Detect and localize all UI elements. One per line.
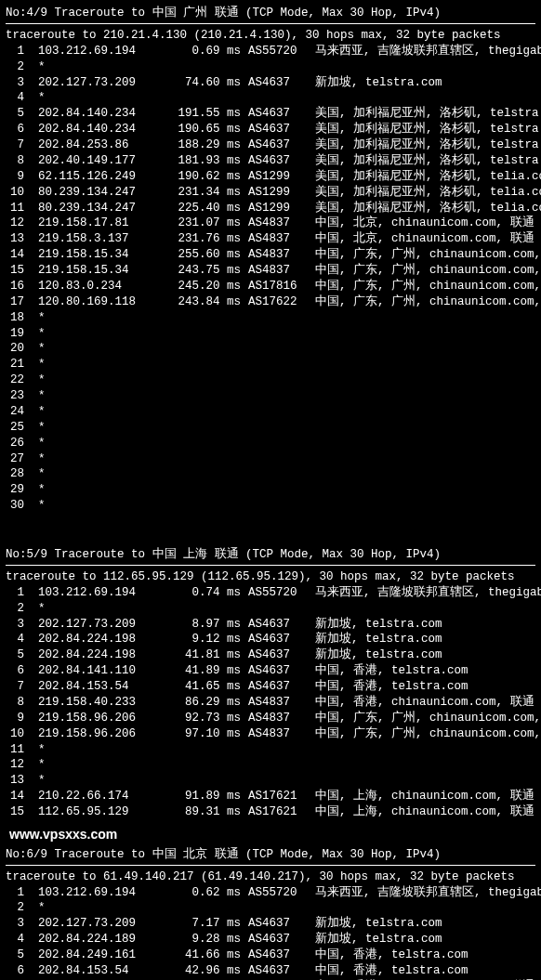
- hop-location: 中国, 香港, telstra.com: [315, 663, 468, 679]
- hop-ip: 219.158.15.34: [38, 263, 163, 279]
- trace-hop: 9 62.115.126.249190.62 msAS1299美国, 加利福尼亚…: [6, 169, 535, 185]
- hop-ip: *: [38, 326, 163, 342]
- hop-location: 中国, 广东, 广州, chinaunicom.com, 联通: [315, 294, 541, 310]
- hop-number: 4: [6, 632, 24, 647]
- trace-hop: 4 202.84.224.1989.12 msAS4637新加坡, telstr…: [6, 632, 535, 647]
- hop-number: 15: [6, 804, 24, 820]
- hop-ip: *: [38, 900, 163, 916]
- trace-hop: 5 202.84.224.19841.81 msAS4637新加坡, telst…: [6, 647, 535, 663]
- hop-ip: *: [38, 482, 163, 498]
- hop-location: 中国, 广东, 广州, chinaunicom.com, 联通: [315, 279, 541, 294]
- hop-ip: 202.84.140.234: [38, 106, 163, 122]
- trace-hop: 5 202.84.249.16141.66 msAS4637中国, 香港, te…: [6, 947, 535, 963]
- hop-number: 1: [6, 44, 24, 59]
- trace-hop: 2 *: [6, 900, 535, 916]
- hop-ip: 202.84.249.161: [38, 947, 163, 963]
- hop-ip: *: [38, 310, 163, 326]
- hop-ip: 219.158.17.81: [38, 216, 163, 231]
- hop-ip: 62.115.126.249: [38, 169, 163, 185]
- hop-latency: 42.96 ms: [163, 963, 241, 979]
- hop-number: 4: [6, 90, 24, 106]
- hop-number: 26: [6, 436, 24, 451]
- hop-number: 10: [6, 726, 24, 742]
- hop-number: 30: [6, 498, 24, 514]
- hop-location: 中国, 上海, chinaunicom.com, 联通: [315, 789, 534, 804]
- hop-latency: 91.89 ms: [163, 789, 241, 804]
- hop-number: 11: [6, 742, 24, 758]
- trace-hop: 9 219.158.96.20692.73 msAS4837中国, 广东, 广州…: [6, 711, 535, 726]
- hop-ip: 202.84.153.54: [38, 963, 163, 979]
- hop-ip: 202.84.224.198: [38, 647, 163, 663]
- hop-latency: 243.75 ms: [163, 263, 241, 279]
- trace-hop: 8 202.40.149.177181.93 msAS4637美国, 加利福尼亚…: [6, 153, 535, 169]
- hop-location: 马来西亚, 吉隆坡联邦直辖区, thegigabit.com: [315, 585, 541, 601]
- hop-latency: 190.65 ms: [163, 122, 241, 137]
- hop-location: 马来西亚, 吉隆坡联邦直辖区, thegigabit.com: [315, 885, 541, 901]
- hop-ip: *: [38, 404, 163, 420]
- divider: [6, 865, 535, 866]
- trace-hop: 6 202.84.141.11041.89 msAS4637中国, 香港, te…: [6, 663, 535, 679]
- trace-hop: 3 202.127.73.2097.17 msAS4637新加坡, telstr…: [6, 916, 535, 932]
- hop-number: 14: [6, 247, 24, 263]
- hop-latency: 191.55 ms: [163, 106, 241, 122]
- hop-location: 中国, 广东, 广州, chinaunicom.com, 联通: [315, 711, 541, 726]
- hop-asn: AS4637: [248, 617, 308, 633]
- hop-ip: 202.84.153.54: [38, 679, 163, 695]
- hop-asn: AS55720: [248, 885, 308, 901]
- hop-location: 美国, 加利福尼亚州, 洛杉矶, telstra.com: [315, 137, 541, 153]
- hop-location: 中国, 广东, 广州, chinaunicom.com, 联通: [315, 263, 541, 279]
- hop-number: 13: [6, 231, 24, 247]
- hop-location: 美国, 加利福尼亚州, 洛杉矶, telia.com: [315, 169, 541, 185]
- trace-hop: 10 80.239.134.247231.34 msAS1299美国, 加利福尼…: [6, 185, 535, 201]
- hop-asn: AS4637: [248, 679, 308, 695]
- hop-number: 1: [6, 885, 24, 901]
- trace-hop: 4 *: [6, 90, 535, 106]
- hop-latency: 97.10 ms: [163, 726, 241, 742]
- hop-ip: *: [38, 757, 163, 773]
- hop-ip: 219.158.3.137: [38, 231, 163, 247]
- hop-latency: 9.28 ms: [163, 932, 241, 947]
- hop-latency: 255.60 ms: [163, 247, 241, 263]
- hop-asn: AS4637: [248, 75, 308, 91]
- hop-ip: *: [38, 498, 163, 514]
- hop-ip: *: [38, 90, 163, 106]
- trace-subheader: traceroute to 61.49.140.217 (61.49.140.2…: [6, 869, 535, 885]
- hop-ip: 219.158.96.206: [38, 711, 163, 726]
- hop-location: 美国, 加利福尼亚州, 洛杉矶, telstra.com: [315, 106, 541, 122]
- trace-hop: 2 *: [6, 601, 535, 617]
- hop-number: 12: [6, 216, 24, 231]
- hop-number: 6: [6, 663, 24, 679]
- hop-number: 29: [6, 482, 24, 498]
- hop-asn: AS1299: [248, 185, 308, 201]
- trace-hop: 11 *: [6, 742, 535, 758]
- trace-hop: 12 *: [6, 757, 535, 773]
- hop-ip: 202.127.73.209: [38, 75, 163, 91]
- hop-latency: 243.84 ms: [163, 294, 241, 310]
- hop-number: 25: [6, 420, 24, 436]
- hop-latency: 231.07 ms: [163, 216, 241, 231]
- hop-latency: 231.76 ms: [163, 231, 241, 247]
- hop-asn: AS4637: [248, 122, 308, 137]
- hop-ip: *: [38, 388, 163, 404]
- hop-number: 20: [6, 341, 24, 357]
- trace-hop: 18 *: [6, 310, 535, 326]
- hop-location: 中国, 香港, telstra.com: [315, 947, 468, 963]
- divider: [6, 565, 535, 566]
- hop-latency: 245.20 ms: [163, 279, 241, 294]
- hop-ip: *: [38, 357, 163, 372]
- hop-ip: *: [38, 436, 163, 451]
- hop-number: 6: [6, 963, 24, 979]
- hop-latency: 92.73 ms: [163, 711, 241, 726]
- trace-hop: 26 *: [6, 436, 535, 451]
- hop-ip: 103.212.69.194: [38, 44, 163, 59]
- trace-hop: 15 219.158.15.34243.75 msAS4837中国, 广东, 广…: [6, 263, 535, 279]
- trace-hop: 5 202.84.140.234191.55 msAS4637美国, 加利福尼亚…: [6, 106, 535, 122]
- hop-latency: 41.65 ms: [163, 679, 241, 695]
- trace-block-header: No:6/9 Traceroute to 中国 北京 联通 (TCP Mode,…: [6, 847, 535, 863]
- trace-hop: 7 202.84.253.86188.29 msAS4637美国, 加利福尼亚州…: [6, 137, 535, 153]
- trace-hop: 29 *: [6, 482, 535, 498]
- trace-hop: 13 219.158.3.137231.76 msAS4837中国, 北京, c…: [6, 231, 535, 247]
- hop-number: 3: [6, 617, 24, 633]
- hop-location: 美国, 加利福尼亚州, 洛杉矶, telia.com: [315, 201, 541, 216]
- hop-ip: *: [38, 466, 163, 482]
